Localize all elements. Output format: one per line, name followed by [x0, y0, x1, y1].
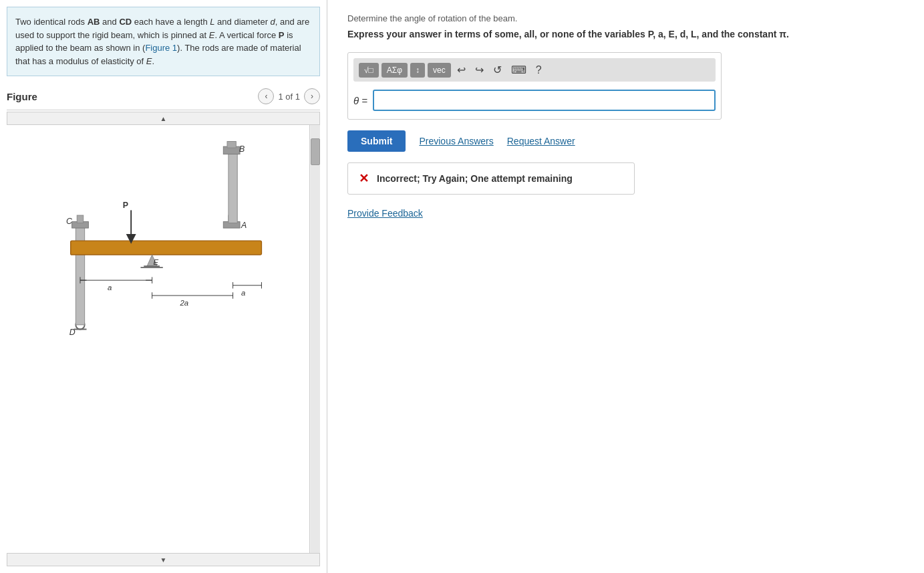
request-answer-link[interactable]: Request Answer [507, 136, 575, 146]
toolbar-btn-sigma[interactable]: AΣφ [381, 63, 408, 78]
toolbar-help-btn[interactable]: ? [532, 63, 545, 78]
svg-rect-4 [77, 215, 84, 223]
scrollbar-track[interactable] [311, 125, 320, 553]
right-panel: Determine the angle of rotation of the b… [327, 0, 924, 573]
toolbar-btn-sqrt[interactable]: √□ [359, 63, 379, 78]
action-row: Submit Previous Answers Request Answer [347, 130, 904, 152]
figure-counter: 1 of 1 [278, 92, 300, 102]
question-instruction: Determine the angle of rotation of the b… [347, 13, 904, 23]
svg-text:a: a [108, 283, 112, 292]
provide-feedback-link[interactable]: Provide Feedback [347, 208, 423, 219]
toolbar-reset-btn[interactable]: ↺ [490, 62, 505, 78]
svg-text:B: B [239, 144, 245, 154]
scroll-down-btn[interactable]: ▼ [7, 553, 320, 566]
svg-text:C: C [66, 217, 72, 226]
svg-text:2a: 2a [180, 299, 189, 307]
figure-link[interactable]: Figure 1 [145, 43, 177, 53]
toolbar-btn-vec[interactable]: vec [428, 63, 451, 78]
error-icon: ✕ [359, 171, 369, 186]
feedback-box: ✕ Incorrect; Try Again; One attempt rema… [347, 162, 635, 195]
left-panel: Two identical rods AB and CD each have a… [0, 0, 327, 573]
toolbar-btn-arrows[interactable]: ↕ [410, 63, 425, 78]
figure-prev-btn[interactable]: ‹ [258, 88, 274, 104]
svg-text:E: E [154, 258, 159, 266]
scrollbar-thumb[interactable] [311, 138, 320, 165]
figure-next-btn[interactable]: › [304, 88, 320, 104]
toolbar-keyboard-btn[interactable]: ⌨ [508, 62, 530, 78]
figure-title: Figure [7, 91, 37, 102]
figure-area: D C E [7, 125, 320, 553]
svg-text:D: D [69, 328, 75, 337]
answer-input-row: θ = [353, 87, 716, 114]
feedback-text: Incorrect; Try Again; One attempt remain… [377, 173, 573, 184]
answer-box: √□ AΣφ ↕ vec ↩ ↪ ↺ ⌨ ? θ = [347, 52, 722, 120]
figure-drawing: D C E [7, 125, 309, 553]
previous-answers-link[interactable]: Previous Answers [419, 136, 493, 146]
toolbar-undo-btn[interactable]: ↩ [454, 62, 469, 78]
svg-text:P: P [123, 201, 128, 210]
figure-nav: ‹ 1 of 1 › [258, 88, 320, 104]
svg-rect-14 [228, 153, 237, 223]
problem-description: Two identical rods AB and CD each have a… [7, 7, 320, 76]
svg-rect-16 [227, 142, 236, 148]
answer-toolbar: √□ AΣφ ↕ vec ↩ ↪ ↺ ⌨ ? [353, 58, 716, 82]
figure-header: Figure ‹ 1 of 1 › [7, 83, 320, 110]
submit-button[interactable]: Submit [347, 130, 406, 152]
answer-input[interactable] [373, 90, 716, 111]
svg-text:a: a [241, 289, 245, 297]
svg-text:A: A [241, 221, 247, 230]
svg-rect-7 [71, 241, 262, 255]
figure-section: Figure ‹ 1 of 1 › ▲ [0, 83, 327, 573]
scroll-up-btn[interactable]: ▲ [7, 112, 320, 125]
answer-label: θ = [353, 95, 367, 106]
vertical-scrollbar[interactable] [309, 125, 320, 553]
toolbar-redo-btn[interactable]: ↪ [472, 62, 487, 78]
question-main: Express your answer in terms of some, al… [347, 27, 904, 41]
